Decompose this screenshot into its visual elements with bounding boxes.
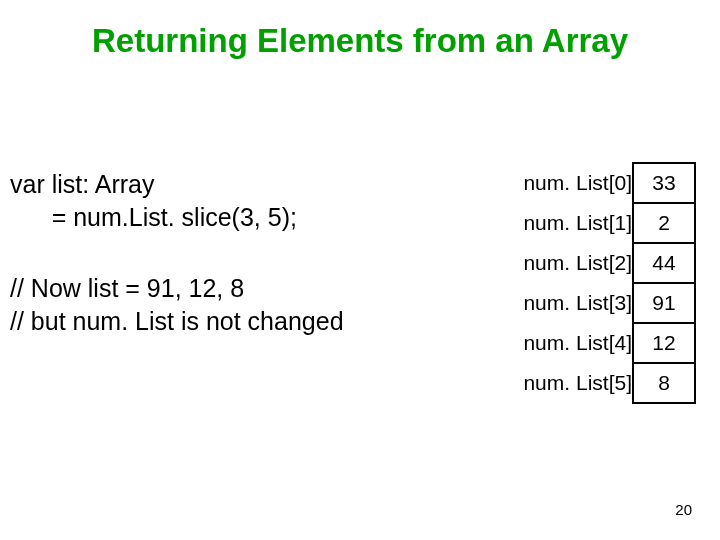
array-value-cell: 12 [633, 323, 695, 363]
table-row: num. List[3] 91 [512, 283, 695, 323]
array-index-label: num. List[4] [512, 323, 633, 363]
array-index-label: num. List[1] [512, 203, 633, 243]
table-row: num. List[4] 12 [512, 323, 695, 363]
array-index-label: num. List[5] [512, 363, 633, 403]
array-value-cell: 2 [633, 203, 695, 243]
array-value-cell: 91 [633, 283, 695, 323]
code-line: = num.List. slice(3, 5); [10, 201, 297, 234]
array-value-cell: 44 [633, 243, 695, 283]
page-number: 20 [675, 501, 692, 518]
table-row: num. List[1] 2 [512, 203, 695, 243]
code-line: var list: Array [10, 168, 297, 201]
code-line: // Now list = 91, 12, 8 [10, 272, 344, 305]
code-snippet-1: var list: Array = num.List. slice(3, 5); [10, 168, 297, 233]
table-row: num. List[5] 8 [512, 363, 695, 403]
array-index-label: num. List[0] [512, 163, 633, 203]
code-line: // but num. List is not changed [10, 305, 344, 338]
array-value-cell: 33 [633, 163, 695, 203]
slide-title: Returning Elements from an Array [0, 22, 720, 60]
array-value-cell: 8 [633, 363, 695, 403]
code-snippet-2: // Now list = 91, 12, 8 // but num. List… [10, 272, 344, 337]
array-index-label: num. List[2] [512, 243, 633, 283]
array-index-label: num. List[3] [512, 283, 633, 323]
table-row: num. List[2] 44 [512, 243, 695, 283]
array-table: num. List[0] 33 num. List[1] 2 num. List… [512, 162, 696, 404]
table-row: num. List[0] 33 [512, 163, 695, 203]
